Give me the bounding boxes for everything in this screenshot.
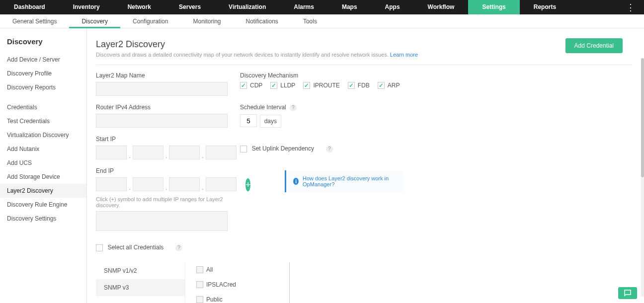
end-ip-oct4[interactable] bbox=[206, 177, 237, 191]
cred-item-public[interactable]: Public bbox=[196, 292, 289, 303]
schedule-label-text: Schedule Interval bbox=[240, 104, 286, 111]
start-ip-oct2[interactable] bbox=[133, 146, 163, 159]
mech-label-fdb: FDB bbox=[358, 82, 370, 89]
sidebar-item-add-storage-device[interactable]: Add Storage Device bbox=[7, 170, 86, 184]
cred-label: IPSLACred bbox=[206, 281, 236, 288]
sub-nav: General SettingsDiscoveryConfigurationMo… bbox=[0, 14, 644, 28]
nav-item-alarms[interactable]: Alarms bbox=[280, 0, 328, 14]
cred-label: Public bbox=[206, 296, 223, 303]
help-icon[interactable]: ? bbox=[326, 146, 333, 152]
mech-checkbox-fdb[interactable] bbox=[348, 82, 355, 89]
end-ip-label: End IP bbox=[96, 167, 240, 174]
router-label: Router IPv4 Address bbox=[96, 104, 240, 111]
start-ip-oct1[interactable] bbox=[96, 146, 127, 159]
mech-checkbox-lldp[interactable] bbox=[270, 82, 277, 89]
info-icon: i bbox=[293, 178, 299, 185]
chat-button[interactable] bbox=[618, 287, 637, 299]
more-menu-icon[interactable]: ⋮ bbox=[617, 4, 644, 10]
sidebar-item-discovery-rule-engine[interactable]: Discovery Rule Engine bbox=[7, 198, 86, 212]
router-input[interactable] bbox=[96, 114, 228, 128]
sidebar-item-add-nutanix[interactable]: Add Nutanix bbox=[7, 142, 86, 156]
main-content: Add Credential Layer2 Discovery Discover… bbox=[87, 28, 644, 303]
mech-label-cdp: CDP bbox=[250, 82, 262, 89]
mech-label-lldp: LLDP bbox=[280, 82, 295, 89]
cred-item-all[interactable]: All bbox=[196, 262, 289, 277]
cred-label: All bbox=[206, 266, 213, 273]
sidebar-item-virtualization-discovery[interactable]: Virtualization Discovery bbox=[7, 128, 86, 142]
chat-icon bbox=[623, 289, 632, 298]
page-description: Discovers and draws a detailed connectiv… bbox=[96, 52, 633, 58]
subnav-item-monitoring[interactable]: Monitoring bbox=[180, 14, 233, 28]
page-desc-text: Discovers and draws a detailed connectiv… bbox=[96, 52, 389, 58]
scrollbar-thumb[interactable] bbox=[641, 58, 644, 177]
sidebar-item-add-device-server[interactable]: Add Device / Server bbox=[7, 53, 86, 67]
subnav-item-notifications[interactable]: Notifications bbox=[234, 14, 291, 28]
info-box: i How does Layer2 discovery work in OpMa… bbox=[285, 170, 404, 192]
schedule-label: Schedule Interval ? bbox=[240, 104, 633, 111]
nav-item-reports[interactable]: Reports bbox=[520, 0, 570, 14]
cred-checkbox-ipslacred[interactable] bbox=[196, 281, 203, 288]
mech-label-iproute: IPROUTE bbox=[313, 82, 339, 89]
uplink-label: Set Uplink Dependency bbox=[252, 145, 314, 152]
start-ip-oct3[interactable] bbox=[169, 146, 200, 159]
add-credential-button[interactable]: Add Credential bbox=[565, 38, 623, 53]
schedule-unit: days bbox=[260, 115, 281, 128]
info-link[interactable]: How does Layer2 discovery work in OpMana… bbox=[303, 175, 397, 187]
mech-checkbox-arp[interactable] bbox=[378, 82, 385, 89]
learn-more-link[interactable]: Learn more bbox=[390, 52, 418, 58]
subnav-item-configuration[interactable]: Configuration bbox=[120, 14, 180, 28]
subnav-item-discovery[interactable]: Discovery bbox=[69, 14, 120, 28]
sidebar-title: Discovery bbox=[7, 37, 86, 46]
sidebar-item-layer2-discovery[interactable]: Layer2 Discovery bbox=[0, 184, 86, 198]
nav-item-settings[interactable]: Settings bbox=[468, 0, 519, 14]
mechanism-group: CDPLLDPIPROUTEFDBARP bbox=[240, 82, 633, 89]
nav-item-servers[interactable]: Servers bbox=[165, 0, 215, 14]
sidebar-item-discovery-profile[interactable]: Discovery Profile bbox=[7, 67, 86, 80]
help-icon[interactable]: ? bbox=[290, 104, 297, 111]
divider bbox=[96, 65, 633, 65]
select-all-checkbox[interactable] bbox=[96, 244, 103, 251]
select-all-label: Select all Credentials bbox=[108, 244, 164, 251]
sidebar-item-add-ucs[interactable]: Add UCS bbox=[7, 156, 86, 170]
map-name-label: Layer2 Map Name bbox=[96, 72, 240, 79]
mechanism-label: Discovery Mechanism bbox=[240, 72, 633, 79]
start-ip-label: Start IP bbox=[96, 136, 240, 143]
map-name-input[interactable] bbox=[96, 82, 228, 96]
cred-type-snmp-v3[interactable]: SNMP v3 bbox=[96, 279, 185, 296]
sidebar-item-discovery-settings[interactable]: Discovery Settings bbox=[7, 212, 86, 226]
sidebar-item-discovery-reports[interactable]: Discovery Reports bbox=[7, 80, 86, 94]
mech-checkbox-cdp[interactable] bbox=[240, 82, 247, 89]
credentials-panel: SNMP v1/v2SNMP v3 AllIPSLACredPublic bbox=[96, 262, 633, 303]
nav-item-apps[interactable]: Apps bbox=[371, 0, 414, 14]
sidebar: Discovery Add Device / ServerDiscovery P… bbox=[0, 28, 87, 303]
cred-checkbox-all[interactable] bbox=[196, 266, 203, 273]
nav-item-workflow[interactable]: Workflow bbox=[414, 0, 469, 14]
nav-item-network[interactable]: Network bbox=[114, 0, 165, 14]
cred-type-snmp-v1-v2[interactable]: SNMP v1/v2 bbox=[96, 262, 185, 279]
sidebar-item-test-credentials[interactable]: Test Credentials bbox=[7, 114, 86, 128]
ranges-textarea[interactable] bbox=[96, 211, 228, 231]
ranges-hint: Click (+) symbol to add multiple IP rang… bbox=[96, 196, 240, 208]
end-ip-oct2[interactable] bbox=[133, 177, 163, 191]
top-nav: DashboardInventoryNetworkServersVirtuali… bbox=[0, 0, 644, 14]
subnav-item-general-settings[interactable]: General Settings bbox=[0, 14, 69, 28]
start-ip-oct4[interactable] bbox=[206, 146, 237, 159]
cred-checkbox-public[interactable] bbox=[196, 296, 203, 303]
sidebar-item-credentials[interactable]: Credentials bbox=[7, 100, 86, 114]
nav-item-inventory[interactable]: Inventory bbox=[59, 0, 114, 14]
end-ip-oct3[interactable] bbox=[169, 177, 200, 191]
mech-checkbox-iproute[interactable] bbox=[303, 82, 310, 89]
uplink-checkbox[interactable] bbox=[240, 146, 247, 152]
help-icon[interactable]: ? bbox=[175, 244, 182, 251]
end-ip-oct1[interactable] bbox=[96, 177, 127, 191]
scrollbar[interactable] bbox=[641, 58, 644, 297]
schedule-value-input[interactable] bbox=[240, 114, 257, 127]
mech-label-arp: ARP bbox=[388, 82, 400, 89]
nav-item-dashboard[interactable]: Dashboard bbox=[0, 0, 59, 14]
nav-item-maps[interactable]: Maps bbox=[328, 0, 371, 14]
cred-item-ipslacred[interactable]: IPSLACred bbox=[196, 277, 289, 292]
page-title: Layer2 Discovery bbox=[96, 39, 633, 50]
subnav-item-tools[interactable]: Tools bbox=[291, 14, 329, 28]
nav-item-virtualization[interactable]: Virtualization bbox=[215, 0, 280, 14]
